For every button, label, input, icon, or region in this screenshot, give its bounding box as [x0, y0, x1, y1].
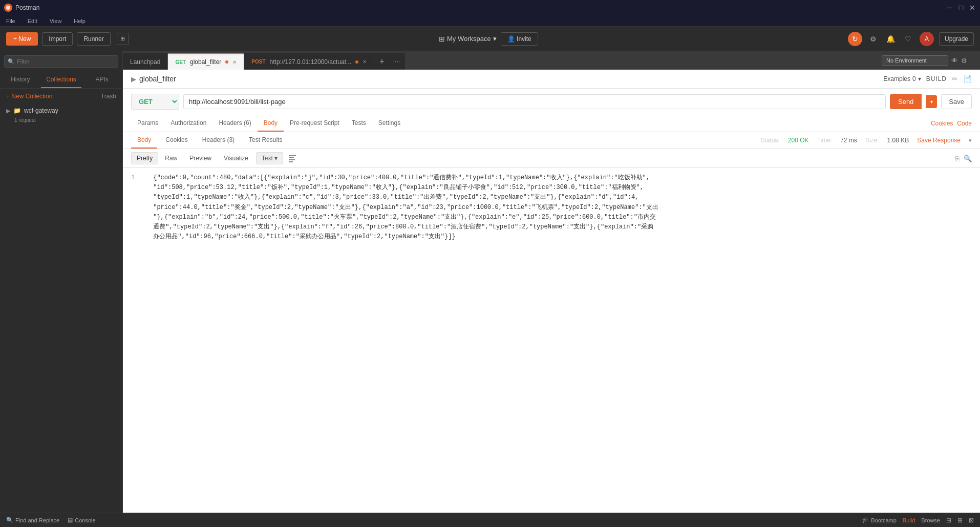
- layout-icon-3[interactable]: ⊠: [969, 517, 974, 524]
- sidebar-tab-history[interactable]: History: [0, 72, 41, 88]
- new-collection-button[interactable]: + New Collection: [6, 93, 52, 100]
- layout-icon-1[interactable]: ⊟: [946, 517, 951, 524]
- menu-view[interactable]: View: [48, 17, 64, 25]
- send-dropdown-button[interactable]: ▾: [926, 95, 937, 108]
- response-line-1: {"code":0,"count":480,"data":[{"explain"…: [153, 174, 650, 181]
- resp-tab-headers[interactable]: Headers (3): [196, 132, 241, 149]
- sync-button[interactable]: ↻: [848, 32, 862, 46]
- menu-file[interactable]: File: [4, 17, 17, 25]
- sidebar-tab-apis[interactable]: APIs: [81, 72, 122, 88]
- trash-button[interactable]: Trash: [101, 93, 116, 100]
- avatar[interactable]: A: [920, 32, 934, 46]
- save-response-dropdown[interactable]: ▾: [969, 137, 972, 144]
- chevron-right-icon: ▶: [6, 108, 10, 114]
- resp-tab-cookies[interactable]: Cookies: [159, 132, 194, 149]
- req-tab-settings[interactable]: Settings: [372, 115, 407, 132]
- response-status: Status: 200 OK Time: 72 ms Size: 1.08 KB…: [761, 137, 972, 144]
- response-line-1b: "id":508,"price":53.12,"title":"饭补","typ…: [153, 184, 644, 191]
- build-bottom-button[interactable]: Build: [903, 517, 915, 523]
- bootcamp-button[interactable]: 🎓 Bootcamp: [862, 517, 897, 523]
- response-line-1g: 办公用品","id":96,"price":666.0,"title":"采购办…: [153, 233, 455, 240]
- req-tab-params[interactable]: Params: [131, 115, 164, 132]
- invite-button[interactable]: 👤 Invite: [501, 32, 538, 46]
- workspace-button[interactable]: ⊞ My Workspace ▾: [439, 35, 497, 43]
- send-button[interactable]: Send: [890, 94, 922, 109]
- wrap-icon[interactable]: [288, 154, 296, 162]
- req-tab-headers[interactable]: Headers (6): [212, 115, 257, 132]
- sidebar-tab-collections[interactable]: Collections: [41, 72, 82, 88]
- svg-point-0: [6, 6, 10, 10]
- browse-bottom-button[interactable]: Browse: [921, 517, 940, 523]
- settings-env-icon[interactable]: ⚙: [961, 57, 967, 65]
- tab-launchpad[interactable]: Launchpad: [123, 53, 168, 70]
- runner-button[interactable]: Runner: [77, 32, 110, 46]
- layout-toggle[interactable]: ⊞: [117, 33, 129, 45]
- bootcamp-icon: 🎓: [862, 517, 869, 523]
- status-label: Status:: [761, 137, 780, 144]
- sidebar-search-area: 🔍: [0, 51, 122, 72]
- search-response-icon[interactable]: 🔍: [964, 155, 972, 162]
- menu-help[interactable]: Help: [72, 17, 88, 25]
- response-area: Body Cookies Headers (3) Test Results St…: [123, 132, 980, 513]
- maximize-button[interactable]: □: [957, 4, 965, 11]
- close-button[interactable]: ✕: [969, 4, 976, 11]
- menu-edit[interactable]: Edit: [26, 17, 39, 25]
- copy-icon[interactable]: ⎘: [955, 155, 960, 162]
- svg-rect-3: [289, 159, 295, 160]
- request-title: global_filter: [139, 75, 176, 83]
- env-selector-wrap: No Environment 👁 ⚙: [882, 55, 967, 66]
- req-tab-prerequest[interactable]: Pre-request Script: [284, 115, 346, 132]
- eye-icon[interactable]: 👁: [951, 57, 958, 65]
- console-button[interactable]: ▤ Console: [68, 517, 95, 523]
- url-input[interactable]: [183, 94, 886, 109]
- search-input[interactable]: [4, 55, 118, 68]
- collection-item[interactable]: ▶ 📁 wcf-gateway: [0, 104, 122, 117]
- layout-icon-2[interactable]: ⊞: [957, 517, 963, 524]
- notification-icon[interactable]: 🔔: [885, 33, 897, 45]
- search-icon: 🔍: [8, 58, 15, 65]
- minimize-button[interactable]: ─: [946, 4, 953, 11]
- response-body: 1 {"code":0,"count":480,"data":[{"explai…: [123, 168, 980, 513]
- save-response-button[interactable]: Save Response: [917, 137, 961, 144]
- method-select[interactable]: GET POST PUT DELETE: [131, 94, 179, 110]
- resp-tab-body[interactable]: Body: [131, 132, 157, 149]
- fmt-tab-pretty[interactable]: Pretty: [131, 152, 158, 164]
- fmt-tab-raw[interactable]: Raw: [159, 152, 183, 164]
- environment-select[interactable]: No Environment: [882, 55, 948, 66]
- tab-label: global_filter: [190, 58, 221, 66]
- resp-tab-test-results[interactable]: Test Results: [243, 132, 288, 149]
- req-tab-authorization[interactable]: Authorization: [164, 115, 212, 132]
- tab-close-icon[interactable]: ✕: [363, 59, 367, 65]
- cookies-button[interactable]: Cookies: [931, 120, 953, 127]
- title-bar: Postman ─ □ ✕: [0, 0, 980, 15]
- tab-close-icon[interactable]: ✕: [232, 59, 237, 65]
- doc-icon[interactable]: 📄: [963, 75, 972, 83]
- sidebar: 🔍 History Collections APIs + New Collect…: [0, 51, 123, 513]
- save-button[interactable]: Save: [941, 94, 972, 109]
- upgrade-button[interactable]: Upgrade: [939, 32, 974, 46]
- new-button[interactable]: + New: [6, 32, 38, 46]
- settings-icon[interactable]: ⚙: [867, 33, 880, 45]
- heart-icon[interactable]: ♡: [902, 33, 914, 45]
- content-wrapper: Launchpad GET global_filter ✕ POST http:…: [123, 51, 980, 513]
- size-value: 1.08 KB: [887, 137, 909, 144]
- title-bar-left: Postman: [4, 4, 39, 12]
- edit-icon[interactable]: ✏: [952, 75, 958, 83]
- find-replace-button[interactable]: 🔍 Find and Replace: [6, 517, 59, 523]
- tab-post[interactable]: POST http://127.0.01:12000/actuat... ✕: [244, 53, 374, 70]
- tab-add-button[interactable]: +: [374, 53, 390, 70]
- req-tab-tests[interactable]: Tests: [346, 115, 372, 132]
- fmt-tab-visualize[interactable]: Visualize: [218, 152, 254, 164]
- text-type-dropdown[interactable]: Text ▾: [256, 152, 283, 164]
- import-button[interactable]: Import: [42, 32, 73, 46]
- tab-global-filter[interactable]: GET global_filter ✕: [168, 53, 244, 70]
- examples-button[interactable]: Examples 0 ▾: [883, 75, 921, 82]
- collection-sub-label: 1 request: [14, 117, 122, 125]
- req-tab-body[interactable]: Body: [258, 115, 284, 132]
- tab-unsaved-dot: [225, 60, 228, 64]
- fmt-tab-preview[interactable]: Preview: [184, 152, 217, 164]
- main-layout: 🔍 History Collections APIs + New Collect…: [0, 51, 980, 513]
- build-button[interactable]: BUILD: [926, 75, 947, 82]
- code-button[interactable]: Code: [957, 120, 972, 127]
- tab-more-button[interactable]: ···: [390, 53, 405, 70]
